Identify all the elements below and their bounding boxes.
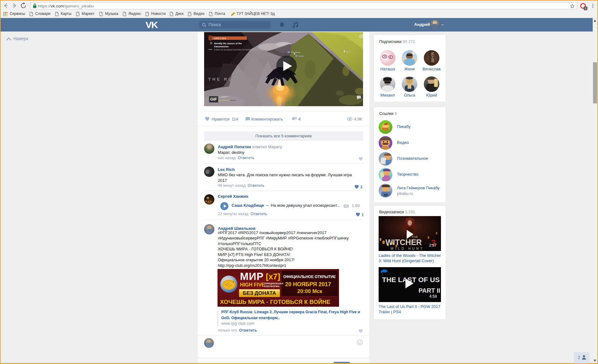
svg-text:PART II: PART II bbox=[419, 287, 440, 294]
svg-text:THE RUPTURE: THE RUPTURE bbox=[208, 77, 255, 82]
svg-text:Thdeafecqr: Thdeafecqr bbox=[291, 51, 300, 53]
svg-text:WILD HUNT: WILD HUNT bbox=[390, 247, 424, 250]
svg-text:transmission: transmission bbox=[214, 45, 229, 48]
svg-text:Scan: Scan bbox=[346, 51, 350, 53]
svg-text:Identify the source of the: Identify the source of the bbox=[214, 42, 242, 45]
svg-text:Mordy: Mordy bbox=[299, 55, 304, 57]
svg-text:Follow the broadcast and liste: Follow the broadcast and listen for lead… bbox=[214, 49, 251, 51]
svg-text:ARECIBO: ARECIBO bbox=[214, 37, 226, 40]
svg-text:WITCHER: WITCHER bbox=[385, 238, 422, 247]
